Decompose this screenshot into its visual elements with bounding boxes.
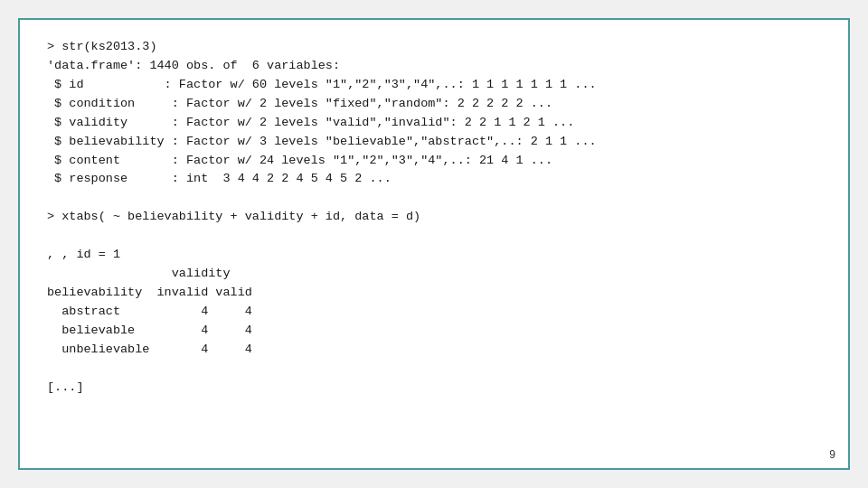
code-line-4: $ condition : Factor w/ 2 levels "fixed"…	[47, 97, 552, 110]
code-line-8: $ response : int 3 4 4 2 2 4 5 4 5 2 ...	[47, 172, 392, 185]
code-line-10: > xtabs( ~ believability + validity + id…	[47, 210, 420, 223]
code-line-7: $ content : Factor w/ 24 levels "1","2",…	[47, 154, 552, 167]
code-line-6: $ believability : Factor w/ 3 levels "be…	[47, 135, 597, 148]
code-line-17: unbelievable 4 4	[47, 343, 252, 356]
slide-container: > str(ks2013.3) 'data.frame': 1440 obs. …	[18, 18, 850, 470]
code-line-15: abstract 4 4	[47, 305, 252, 318]
code-line-14: believability invalid valid	[47, 286, 252, 299]
code-line-16: believable 4 4	[47, 324, 252, 337]
code-line-19: [...]	[47, 380, 84, 394]
code-block: > str(ks2013.3) 'data.frame': 1440 obs. …	[47, 38, 821, 450]
code-line-5: $ validity : Factor w/ 2 levels "valid",…	[47, 116, 574, 129]
code-line-13: validity	[47, 267, 231, 280]
page-number: 9	[829, 448, 835, 461]
code-line-2: 'data.frame': 1440 obs. of 6 variables:	[47, 59, 340, 72]
code-line-3: $ id : Factor w/ 60 levels "1","2","3","…	[47, 78, 597, 91]
code-line-12: , , id = 1	[47, 248, 120, 261]
code-line-1: > str(ks2013.3)	[47, 40, 157, 53]
